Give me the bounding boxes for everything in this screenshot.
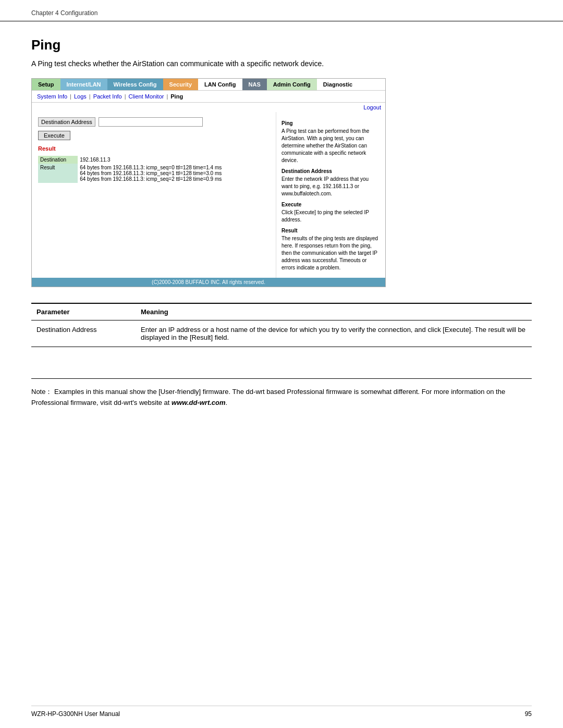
result-row-label: Result	[38, 164, 78, 183]
note-url: www.dd-wrt.com	[172, 399, 226, 406]
destination-address-input[interactable]	[99, 117, 203, 127]
footer-left: WZR-HP-G300NH User Manual	[31, 710, 120, 718]
main-content: Ping A Ping test checks whether the AirS…	[0, 21, 563, 424]
page-subtitle: A Ping test checks whether the AirStatio…	[31, 59, 532, 68]
sub-nav-client-monitor[interactable]: Client Monitor	[126, 92, 167, 101]
logout-row: Logout	[32, 103, 385, 112]
execute-button[interactable]: Execute	[38, 131, 70, 140]
logout-link[interactable]: Logout	[363, 104, 381, 110]
note-suffix: .	[226, 399, 228, 406]
rp-execute-title: Execute	[282, 202, 380, 207]
left-panel: Destination Address Execute Result Desti…	[32, 112, 276, 278]
rp-result-text: The results of the ping tests are displa…	[282, 235, 380, 272]
execute-row: Execute	[38, 131, 270, 140]
nav-bar: Setup Internet/LAN Wireless Config Secur…	[32, 79, 385, 91]
result-dest-value: 192.168.11.3	[78, 156, 270, 164]
nav-nas[interactable]: NAS	[242, 79, 267, 90]
sub-nav-ping[interactable]: Ping	[168, 92, 186, 101]
chapter-header-text: Chapter 4 Configuration	[31, 9, 97, 17]
result-dest-label: Destination	[38, 156, 78, 164]
footer-right: 95	[525, 710, 532, 718]
right-panel: Ping A Ping test can be performed from t…	[276, 112, 385, 278]
rp-dest-text: Enter the network IP address that you wa…	[282, 176, 380, 198]
note-prefix: Note：	[31, 388, 52, 396]
rp-dest-title: Destination Address	[282, 168, 380, 174]
result-data-row: Result 64 bytes from 192.168.11.3: icmp_…	[38, 164, 270, 183]
sub-nav-logs[interactable]: Logs	[71, 92, 89, 101]
result-label: Result	[38, 145, 270, 152]
param-col-header: Parameter	[31, 303, 136, 320]
rp-execute-text: Click [Execute] to ping the selected IP …	[282, 209, 380, 224]
rp-result-title: Result	[282, 228, 380, 233]
result-line-2: 64 bytes from 192.168.11.3: icmp_seq=1 t…	[80, 170, 267, 176]
nav-wireless-config[interactable]: Wireless Config	[107, 79, 163, 90]
nav-security[interactable]: Security	[163, 79, 198, 90]
note-text: Examples in this manual show the [User-f…	[31, 388, 505, 406]
nav-admin-config[interactable]: Admin Config	[267, 79, 317, 90]
sub-nav-system-info[interactable]: System Info	[34, 92, 70, 101]
nav-internet-lan[interactable]: Internet/LAN	[60, 79, 107, 90]
nav-setup[interactable]: Setup	[32, 79, 60, 90]
result-destination-row: Destination 192.168.11.3	[38, 156, 270, 164]
result-line-3: 64 bytes from 192.168.11.3: icmp_seq=2 t…	[80, 176, 267, 182]
rp-intro: A Ping test can be performed from the Ai…	[282, 128, 380, 164]
rp-title: Ping	[282, 120, 380, 126]
nav-diagnostic[interactable]: Diagnostic	[317, 79, 359, 90]
chapter-header: Chapter 4 Configuration	[0, 0, 563, 21]
nav-lan-config[interactable]: LAN Config	[198, 79, 242, 90]
note-section: Note： Examples in this manual show the […	[31, 378, 532, 409]
param-dest-label: Destination Address	[31, 320, 136, 347]
destination-address-row: Destination Address	[38, 117, 270, 127]
meaning-col-header: Meaning	[136, 303, 532, 320]
router-footer: (C)2000-2008 BUFFALO INC. All rights res…	[32, 278, 385, 287]
router-ui-screenshot: Setup Internet/LAN Wireless Config Secur…	[31, 78, 386, 287]
param-row-destination: Destination Address Enter an IP address …	[31, 320, 532, 347]
content-area: Destination Address Execute Result Desti…	[32, 112, 385, 278]
result-row-data: 64 bytes from 192.168.11.3: icmp_seq=0 t…	[78, 164, 270, 183]
result-line-1: 64 bytes from 192.168.11.3: icmp_seq=0 t…	[80, 165, 267, 170]
sub-nav: System Info | Logs | Packet Info | Clien…	[32, 91, 385, 103]
page-title: Ping	[31, 37, 532, 53]
page-footer: WZR-HP-G300NH User Manual 95	[31, 706, 532, 718]
result-table: Destination 192.168.11.3 Result 64 bytes…	[38, 156, 270, 183]
destination-address-label: Destination Address	[38, 117, 95, 127]
sub-nav-packet-info[interactable]: Packet Info	[91, 92, 125, 101]
param-dest-meaning: Enter an IP address or a host name of th…	[136, 320, 532, 347]
param-table: Parameter Meaning Destination Address En…	[31, 303, 532, 347]
